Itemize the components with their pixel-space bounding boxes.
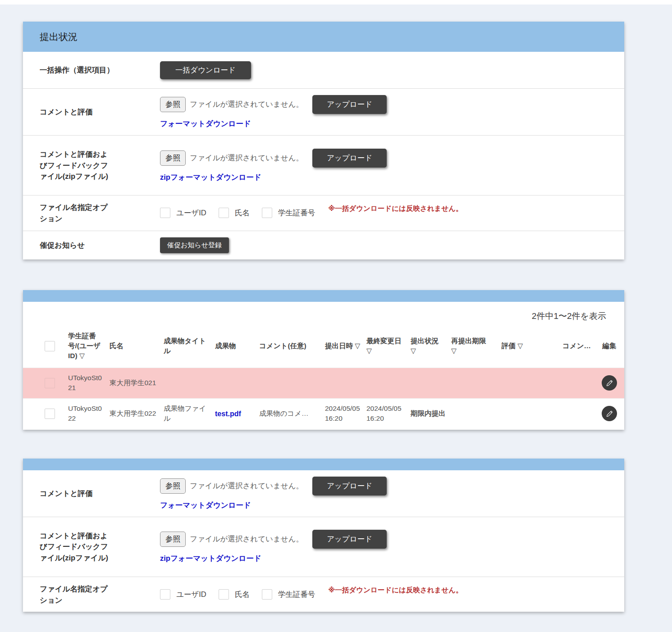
row-checkbox bbox=[45, 378, 55, 388]
no-file-selected-text: ファイルが選択されていません。 bbox=[190, 534, 303, 544]
upload-button[interactable]: アップロード bbox=[312, 95, 387, 114]
cell-work-title bbox=[161, 368, 212, 398]
cell-comment: 成果物のコメ… bbox=[256, 398, 322, 428]
zip-feedback-label: コメントと評価およびフィードバックファイル(zipファイル) bbox=[40, 149, 160, 182]
name-checkbox[interactable] bbox=[219, 208, 229, 218]
column-header-work-title: 成果物タイトル bbox=[161, 325, 212, 368]
result-count: 2件中1〜2件を表示 bbox=[23, 302, 624, 322]
cell-grade bbox=[494, 368, 537, 398]
zip-format-download-link[interactable]: zipフォーマットダウンロード bbox=[160, 554, 261, 564]
browse-button[interactable]: 参照 bbox=[160, 150, 186, 166]
column-header-grade[interactable]: 評価 ▽ bbox=[494, 325, 537, 368]
browse-button[interactable]: 参照 bbox=[160, 478, 186, 494]
cell-status bbox=[408, 368, 448, 398]
cell-resubmit-deadline bbox=[448, 368, 494, 398]
submission-status-panel: 提出状況 一括操作（選択項目） 一括ダウンロード コメントと評価 参照 ファイル… bbox=[23, 22, 624, 259]
name-checkbox[interactable] bbox=[219, 589, 229, 600]
cell-work-title: 成果物ファイル bbox=[161, 398, 212, 428]
zip-format-download-link[interactable]: zipフォーマットダウンロード bbox=[160, 173, 261, 182]
filename-options-label: ファイル名指定オプション bbox=[40, 202, 160, 224]
cell-name: 東大用学生021 bbox=[107, 368, 161, 398]
cell-comment-short bbox=[537, 368, 594, 398]
column-header-student-id[interactable]: 学生証番号/(ユーザID) ▽ bbox=[65, 325, 107, 368]
bulk-download-note: ※一括ダウンロードには反映されません。 bbox=[328, 205, 462, 212]
bulk-operation-label: 一括操作（選択項目） bbox=[40, 64, 160, 76]
upload-button[interactable]: アップロード bbox=[312, 477, 387, 496]
no-file-selected-text: ファイルが選択されていません。 bbox=[190, 481, 303, 491]
submissions-table: 学生証番号/(ユーザID) ▽ 氏名 成果物タイトル 成果物 コメント(任意) … bbox=[23, 325, 624, 429]
table-panel-header-bar bbox=[23, 290, 624, 302]
column-header-submitted-at[interactable]: 提出日時 ▽ bbox=[322, 325, 364, 368]
table-header-row: 学生証番号/(ユーザID) ▽ 氏名 成果物タイトル 成果物 コメント(任意) … bbox=[23, 325, 624, 368]
no-file-selected-text: ファイルが選択されていません。 bbox=[190, 100, 303, 109]
form-row-reminder: 催促お知らせ 催促お知らせ登録 bbox=[23, 231, 624, 259]
column-header-resubmit-deadline[interactable]: 再提出期限 ▽ bbox=[448, 325, 494, 368]
user-id-checkbox[interactable] bbox=[160, 589, 170, 600]
comment-evaluation-label: コメントと評価 bbox=[40, 488, 160, 499]
table-row: UTokyoSt022 東大用学生022 成果物ファイル test.pdf 成果… bbox=[23, 398, 624, 428]
cell-status: 期限内提出 bbox=[408, 398, 448, 428]
cell-name: 東大用学生022 bbox=[107, 398, 161, 428]
form-row-zip-feedback: コメントと評価およびフィードバックファイル(zipファイル) 参照 ファイルが選… bbox=[23, 135, 624, 195]
cell-grade bbox=[494, 398, 537, 428]
filename-options-label: ファイル名指定オプション bbox=[40, 583, 160, 606]
edit-button[interactable] bbox=[602, 406, 617, 421]
student-number-checkbox-label: 学生証番号 bbox=[278, 209, 315, 217]
column-header-name: 氏名 bbox=[107, 325, 161, 368]
bottom-panel-header-bar bbox=[23, 459, 624, 470]
name-checkbox-label: 氏名 bbox=[235, 590, 250, 598]
cell-modified-at: 2024/05/05 16:20 bbox=[364, 398, 408, 428]
column-header-comment-short: コメン… bbox=[537, 325, 594, 368]
name-checkbox-label: 氏名 bbox=[235, 209, 250, 217]
form-row-comment-evaluation: コメントと評価 参照 ファイルが選択されていません。 アップロード フォーマット… bbox=[23, 88, 624, 135]
cell-submitted-at bbox=[322, 368, 364, 398]
cell-comment bbox=[256, 368, 322, 398]
table-row: UTokyoSt021 東大用学生021 bbox=[23, 368, 624, 398]
user-id-checkbox-label: ユーザID bbox=[176, 209, 206, 217]
no-file-selected-text: ファイルが選択されていません。 bbox=[190, 153, 303, 163]
browse-button[interactable]: 参照 bbox=[160, 97, 186, 112]
zip-feedback-label: コメントと評価およびフィードバックファイル(zipファイル) bbox=[40, 530, 160, 564]
top-bar bbox=[0, 0, 672, 5]
reminder-label: 催促お知らせ bbox=[40, 240, 160, 251]
cell-resubmit-deadline bbox=[448, 398, 494, 428]
format-download-link[interactable]: フォーマットダウンロード bbox=[160, 500, 251, 510]
select-all-checkbox[interactable] bbox=[45, 341, 55, 351]
bulk-download-button[interactable]: 一括ダウンロード bbox=[160, 61, 251, 79]
upload-button[interactable]: アップロード bbox=[312, 530, 387, 549]
cell-modified-at bbox=[364, 368, 408, 398]
cell-submitted-at: 2024/05/05 16:20 bbox=[322, 398, 364, 428]
cell-work: test.pdf bbox=[212, 398, 256, 428]
cell-student-id: UTokyoSt022 bbox=[65, 398, 107, 428]
form-row-filename-options: ファイル名指定オプション ユーザID氏名学生証番号※一括ダウンロードには反映され… bbox=[23, 195, 624, 231]
comment-upload-panel: コメントと評価 参照 ファイルが選択されていません。 アップロード フォーマット… bbox=[23, 459, 624, 612]
form-row-zip-feedback: コメントと評価およびフィードバックファイル(zipファイル) 参照 ファイルが選… bbox=[23, 517, 624, 577]
user-id-checkbox[interactable] bbox=[160, 208, 170, 218]
bulk-download-note: ※一括ダウンロードには反映されません。 bbox=[328, 586, 462, 594]
column-header-modified-at[interactable]: 最終変更日 ▽ bbox=[364, 325, 408, 368]
panel-title: 提出状況 bbox=[23, 22, 624, 52]
column-header-edit: 編集 bbox=[594, 325, 624, 368]
submissions-table-panel: 2件中1〜2件を表示 学生証番号/(ユーザID) ▽ 氏名 成果物タイトル 成果… bbox=[23, 290, 624, 430]
browse-button[interactable]: 参照 bbox=[160, 532, 186, 547]
form-row-comment-evaluation: コメントと評価 参照 ファイルが選択されていません。 アップロード フォーマット… bbox=[23, 470, 624, 517]
form-row-bulk-operation: 一括操作（選択項目） 一括ダウンロード bbox=[23, 52, 624, 88]
pencil-icon bbox=[606, 410, 613, 418]
format-download-link[interactable]: フォーマットダウンロード bbox=[160, 119, 251, 129]
row-checkbox[interactable] bbox=[45, 409, 55, 419]
column-header-status[interactable]: 提出状況 ▽ bbox=[408, 325, 448, 368]
comment-evaluation-label: コメントと評価 bbox=[40, 106, 160, 118]
student-number-checkbox-label: 学生証番号 bbox=[278, 590, 315, 598]
column-header-work: 成果物 bbox=[212, 325, 256, 368]
submitted-file-link[interactable]: test.pdf bbox=[215, 410, 241, 418]
upload-button[interactable]: アップロード bbox=[312, 149, 387, 168]
student-number-checkbox[interactable] bbox=[262, 208, 272, 218]
student-number-checkbox[interactable] bbox=[262, 589, 272, 600]
cell-comment-short bbox=[537, 398, 594, 428]
cell-student-id: UTokyoSt021 bbox=[65, 368, 107, 398]
reminder-register-button[interactable]: 催促お知らせ登録 bbox=[160, 237, 229, 253]
form-row-filename-options: ファイル名指定オプション ユーザID氏名学生証番号※一括ダウンロードには反映され… bbox=[23, 577, 624, 612]
edit-button[interactable] bbox=[602, 375, 617, 391]
column-header-comment: コメント(任意) bbox=[256, 325, 322, 368]
cell-work bbox=[212, 368, 256, 398]
